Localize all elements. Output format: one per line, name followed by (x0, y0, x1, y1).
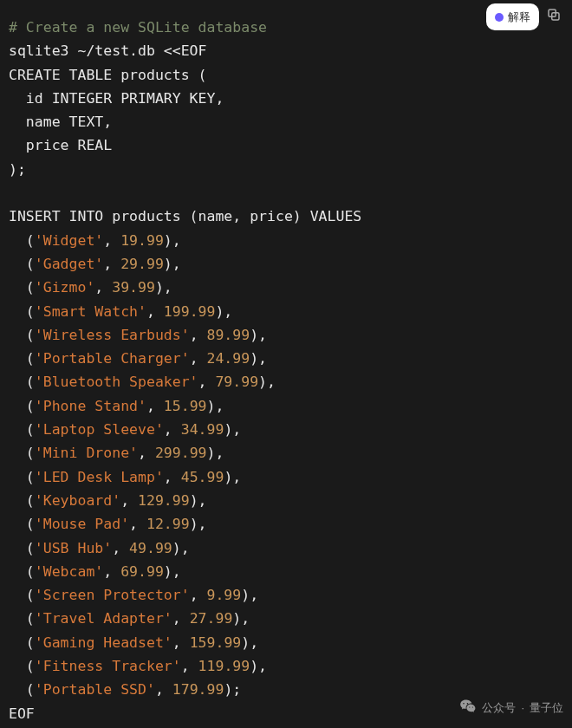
code-block: # Create a new SQLite database sqlite3 ~… (0, 0, 572, 728)
explain-button[interactable]: 解释 (486, 3, 539, 30)
copy-icon[interactable] (546, 6, 562, 29)
explain-label: 解释 (508, 5, 530, 29)
toolbar: 解释 (486, 0, 572, 30)
code-content: # Create a new SQLite database sqlite3 ~… (9, 16, 563, 725)
dot-icon (495, 13, 504, 22)
